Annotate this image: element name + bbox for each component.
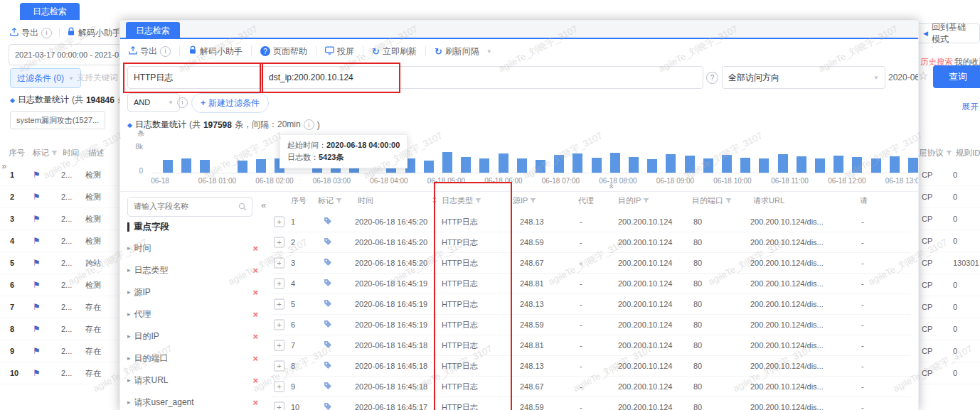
column-header-7[interactable]: 目的IP	[618, 195, 649, 206]
background-right-table-row[interactable]: -CP0	[912, 296, 980, 318]
background-tab-log-search[interactable]: 日志检索	[20, 3, 80, 20]
background-table-row[interactable]: 2⚑2...检测	[0, 185, 119, 208]
sort-icon[interactable]	[432, 196, 437, 205]
export-button[interactable]: 导出 i	[10, 27, 52, 39]
field-item[interactable]: ▸请求user_agent×	[127, 392, 258, 410]
log-row[interactable]: +82020-06-18 16:45:18HTTP日志248.13-200.20…	[271, 355, 911, 377]
remove-field-icon[interactable]: ×	[252, 287, 258, 298]
cell-desc: 存在	[85, 323, 101, 334]
remove-field-icon[interactable]: ×	[252, 265, 258, 276]
filter-icon[interactable]	[643, 197, 649, 205]
tab-log-search[interactable]: 日志检索	[126, 22, 180, 39]
log-row[interactable]: +22020-06-18 16:45:20HTTP日志248.59-200.20…	[271, 232, 911, 253]
column-header-mark[interactable]: 标记	[33, 148, 58, 158]
column-header-3[interactable]: 时间	[358, 195, 373, 206]
expand-row-button[interactable]: +	[274, 340, 284, 350]
operator-select[interactable]: AND ▼	[127, 93, 180, 112]
decode-assistant-button[interactable]: 解码小助手	[67, 27, 121, 39]
filter-conditions-button[interactable]: 过滤条件 (0) ▼	[10, 68, 81, 88]
background-table-row[interactable]: 6⚑2...检测	[0, 274, 119, 296]
background-right-table-row[interactable]: -CP0	[912, 230, 980, 252]
column-header-4[interactable]: 日志类型	[442, 195, 481, 206]
background-table-row[interactable]: 8⚑2...存在	[0, 318, 119, 340]
background-table-row[interactable]: 9⚑2...存在	[0, 340, 119, 362]
field-item[interactable]: ▸源IP×	[127, 282, 258, 302]
background-table-row[interactable]: 5⚑2...跨站	[0, 252, 119, 274]
remove-field-icon[interactable]: ×	[252, 397, 258, 408]
page-help-button[interactable]: ? 页面帮助	[260, 45, 307, 58]
new-filter-condition-button[interactable]: + 新建过滤条件	[191, 93, 269, 113]
background-right-table-row[interactable]: -CP0	[912, 318, 980, 340]
expand-row-button[interactable]: +	[274, 278, 284, 288]
expand-row-button[interactable]: +	[274, 381, 284, 392]
column-header-2[interactable]: 标记	[318, 195, 342, 206]
query-help-icon[interactable]: ?	[706, 72, 718, 84]
field-item[interactable]: ▸代理×	[127, 304, 258, 324]
filter-icon[interactable]	[475, 197, 481, 205]
background-right-table-row[interactable]: -CP0	[912, 274, 980, 296]
log-row[interactable]: +62020-06-18 16:45:19HTTP日志248.59-200.20…	[271, 314, 911, 335]
column-header-rule-id[interactable]: 规则ID	[956, 148, 980, 158]
filter-icon[interactable]	[725, 197, 732, 205]
expand-row-button[interactable]: +	[274, 401, 284, 410]
log-row[interactable]: +52020-06-18 16:45:19HTTP日志248.13-200.20…	[271, 293, 911, 315]
field-item[interactable]: ▸请求URL×	[127, 370, 258, 390]
background-table-row[interactable]: 3⚑2...检测	[0, 207, 119, 230]
log-row[interactable]: +32020-06-18 16:45:20HTTP日志248.67-200.20…	[271, 252, 911, 274]
column-header-label: 代理	[578, 195, 594, 206]
background-table-row[interactable]: 10⚑2...存在	[0, 362, 119, 384]
background-right-table-row[interactable]: -CP130301	[912, 252, 980, 274]
log-row[interactable]: +42020-06-18 16:45:19HTTP日志248.81-200.20…	[271, 273, 911, 294]
log-row[interactable]: +12020-06-18 16:45:20HTTP日志248.13-200.20…	[271, 211, 911, 232]
filter-icon[interactable]	[530, 197, 536, 205]
expand-row-button[interactable]: +	[274, 237, 284, 247]
remove-field-icon[interactable]: ×	[252, 243, 258, 254]
field-search-input[interactable]	[128, 198, 240, 215]
decode-assistant-button[interactable]: 解码小助手	[188, 45, 243, 58]
refresh-now-button[interactable]: ↻ 立即刷新	[372, 45, 417, 58]
log-type-select[interactable]: HTTP日志 ▼	[127, 66, 272, 89]
column-header-layer-protocol[interactable]: 层协议	[919, 148, 952, 158]
background-right-table-row[interactable]: -CP0	[912, 185, 980, 208]
expand-row-button[interactable]: +	[274, 360, 284, 371]
background-right-table-row[interactable]: -CP0	[912, 163, 980, 186]
remove-field-icon[interactable]: ×	[252, 331, 258, 342]
background-right-table-row[interactable]: -CP0	[912, 362, 980, 384]
query-input[interactable]	[261, 66, 703, 89]
refresh-interval-dropdown[interactable]: ↻ 刷新间隔 ▼	[435, 45, 492, 58]
background-table-row[interactable]: 1⚑2...检测	[0, 163, 119, 186]
log-row[interactable]: +72020-06-18 16:45:18HTTP日志248.81-200.20…	[271, 335, 911, 356]
background-table-row[interactable]: 4⚑2...检测	[0, 230, 119, 252]
background-right-table-row[interactable]: -CP0	[912, 340, 980, 362]
expand-row-button[interactable]: +	[274, 257, 284, 268]
query-button[interactable]: 查询	[933, 65, 980, 88]
field-item[interactable]: ▸目的IP×	[127, 326, 258, 346]
field-item[interactable]: ▸目的端口×	[127, 348, 258, 368]
access-direction-select[interactable]: 全部访问方向 ▼	[722, 66, 885, 89]
collapse-field-panel-chevrons-icon[interactable]: «	[261, 200, 266, 210]
field-item[interactable]: ▸日志类型×	[127, 260, 258, 280]
export-button[interactable]: 导出 i	[129, 45, 171, 58]
log-row[interactable]: +102020-06-18 16:45:17HTTP日志248.59-200.2…	[271, 396, 911, 410]
expand-link[interactable]: 展开	[962, 101, 979, 113]
log-row[interactable]: +92020-06-18 16:45:18HTTP日志248.67-200.20…	[271, 376, 911, 397]
filter-tag-chip[interactable]: system漏洞攻击(1527...	[10, 111, 105, 129]
date-range-picker[interactable]: 2020-06-18	[888, 66, 918, 89]
background-table-row[interactable]: 7⚑2...存在	[0, 296, 119, 318]
filter-icon[interactable]	[336, 197, 342, 205]
column-header-5[interactable]: 源IP	[513, 195, 536, 206]
remove-field-icon[interactable]: ×	[252, 375, 258, 386]
chart-bar	[200, 160, 210, 173]
star-icon[interactable]: ☆	[918, 69, 928, 82]
screen-cast-button[interactable]: 投屏	[325, 45, 354, 58]
background-right-table-row[interactable]: -CP0	[912, 207, 980, 230]
back-to-basic-mode-button[interactable]: ◀ 回到基础模式	[916, 23, 980, 43]
remove-field-icon[interactable]: ×	[252, 353, 258, 364]
expand-row-button[interactable]: +	[274, 216, 284, 227]
column-header-8[interactable]: 目的端口	[692, 195, 732, 206]
collapse-chart-chevrons-icon[interactable]: «	[607, 184, 617, 189]
field-item[interactable]: ▸时间×	[127, 238, 258, 258]
expand-row-button[interactable]: +	[274, 298, 284, 309]
expand-row-button[interactable]: +	[274, 319, 284, 330]
remove-field-icon[interactable]: ×	[252, 309, 258, 320]
